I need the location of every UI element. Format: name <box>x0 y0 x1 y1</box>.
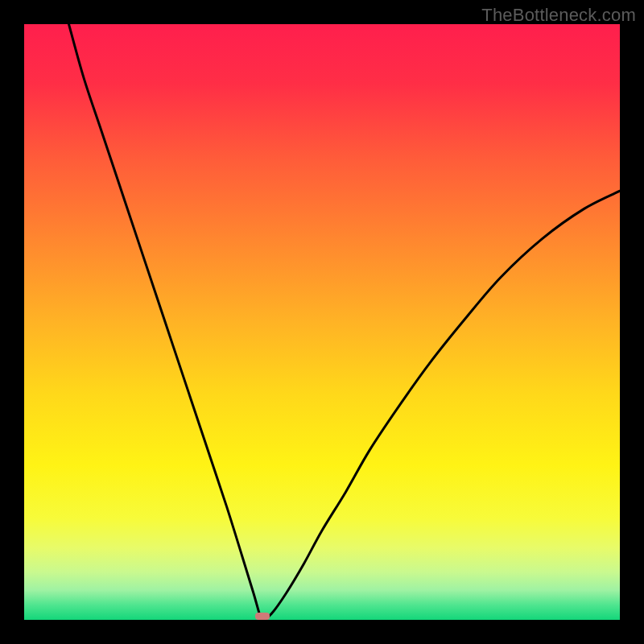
plot-area <box>24 24 620 620</box>
minimum-marker <box>255 613 270 620</box>
chart-svg <box>24 24 620 620</box>
attribution-watermark: TheBottleneck.com <box>481 5 636 26</box>
outer-frame: TheBottleneck.com <box>0 0 644 644</box>
